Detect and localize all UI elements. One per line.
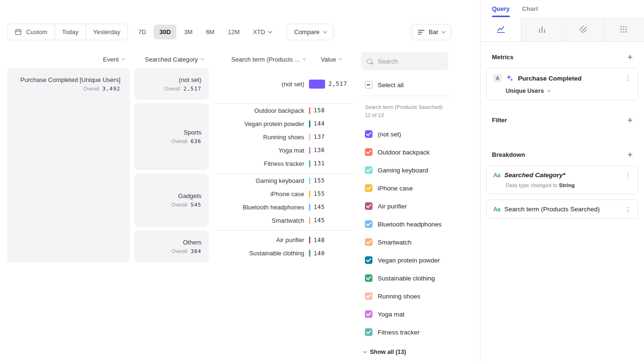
- term-bar[interactable]: [309, 217, 310, 224]
- term-bar[interactable]: [309, 204, 310, 211]
- term-bar[interactable]: [309, 120, 310, 127]
- range-7d-button[interactable]: 7D: [133, 25, 152, 39]
- term-row[interactable]: Bluetooth headphones 145: [213, 200, 353, 214]
- filter-item[interactable]: Yoga mat: [361, 305, 448, 323]
- term-bar[interactable]: [309, 107, 310, 114]
- range-12m-button[interactable]: 12M: [222, 25, 245, 39]
- add-filter-button[interactable]: +: [627, 116, 633, 125]
- checkbox-checked-icon[interactable]: [365, 148, 372, 156]
- term-bar[interactable]: [309, 190, 310, 198]
- filter-item[interactable]: iPhone case: [361, 179, 448, 197]
- range-30d-label: 30D: [159, 28, 171, 36]
- category-cell[interactable]: Others Overall 384: [134, 230, 209, 262]
- term-row[interactable]: Outdoor backpack 158: [213, 104, 353, 117]
- measurement-select[interactable]: Unique Users: [506, 88, 631, 94]
- checkbox-checked-icon[interactable]: [365, 328, 372, 336]
- yesterday-button[interactable]: Yesterday: [86, 24, 127, 40]
- today-button[interactable]: Today: [55, 24, 86, 40]
- filter-item[interactable]: Smartwatch: [361, 233, 448, 251]
- range-xtd-button[interactable]: XTD: [247, 25, 277, 39]
- filter-item[interactable]: Air purifier: [361, 197, 448, 215]
- category-cell[interactable]: Sports Overall 636: [134, 103, 209, 170]
- column-header-category[interactable]: Searched Category: [134, 54, 209, 64]
- filter-item[interactable]: Running shoes: [361, 287, 448, 305]
- analysis-type-tabs: [481, 17, 644, 42]
- term-bar[interactable]: [309, 80, 325, 89]
- checkbox-checked-icon[interactable]: [365, 130, 372, 138]
- search-box[interactable]: [361, 52, 448, 70]
- term-bar[interactable]: [309, 147, 310, 154]
- tab-insights[interactable]: [481, 17, 521, 41]
- kebab-menu-icon[interactable]: ⋮: [625, 75, 631, 81]
- checkbox-checked-icon[interactable]: [365, 238, 372, 246]
- add-breakdown-button[interactable]: +: [627, 150, 633, 159]
- filter-item[interactable]: Gaming keyboard: [361, 161, 448, 179]
- checkbox-checked-icon[interactable]: [365, 256, 372, 264]
- filter-title: Filter: [492, 117, 507, 124]
- kebab-menu-icon[interactable]: ⋮: [625, 206, 631, 213]
- metric-card[interactable]: A Purchase Completed ⋮ Unique Users: [486, 68, 638, 100]
- filter-item[interactable]: Sustainable clothing: [361, 269, 448, 287]
- column-header-term[interactable]: Search term (Products ...: [213, 54, 309, 64]
- custom-date-button[interactable]: Custom: [8, 24, 54, 40]
- checkbox-checked-icon[interactable]: [365, 202, 372, 210]
- term-bar[interactable]: [309, 250, 310, 257]
- filter-item[interactable]: Bluetooth headphones: [361, 215, 448, 233]
- breakdown-name: Searched Category*: [504, 171, 620, 179]
- tab-retention[interactable]: [562, 17, 603, 41]
- checkbox-checked-icon[interactable]: [365, 184, 372, 192]
- term-row[interactable]: Running shoes 137: [213, 130, 353, 144]
- filter-item[interactable]: Vegan protein powder: [361, 251, 448, 269]
- breakdown-card-row: Aa Searched Category* ⋮: [493, 171, 631, 179]
- chart-type-select[interactable]: Bar: [411, 24, 451, 40]
- filter-item-label: Yoga mat: [378, 311, 405, 318]
- term-row[interactable]: Yoga mat 136: [213, 144, 353, 157]
- checkbox-checked-icon[interactable]: [365, 292, 372, 300]
- term-row[interactable]: Sustainable clothing 140: [213, 247, 353, 260]
- add-metric-button[interactable]: +: [627, 53, 633, 62]
- term-row[interactable]: iPhone case 155: [213, 187, 353, 200]
- bar-columns-icon: [537, 25, 547, 34]
- tab-more[interactable]: [603, 17, 644, 41]
- column-header-value[interactable]: Value: [313, 54, 342, 64]
- term-bar[interactable]: [309, 177, 310, 184]
- filter-item[interactable]: Outdoor backpack: [361, 143, 448, 161]
- term-row[interactable]: (not set) 2,517: [213, 77, 353, 90]
- term-bar[interactable]: [309, 160, 310, 167]
- column-header-event[interactable]: Event: [7, 54, 130, 64]
- range-12m-label: 12M: [227, 28, 239, 36]
- term-bar[interactable]: [309, 134, 310, 141]
- category-cell[interactable]: (not set) Overall 2,517: [134, 68, 209, 100]
- range-3m-button[interactable]: 3M: [178, 25, 198, 39]
- term-row[interactable]: Gaming keyboard 155: [213, 174, 353, 187]
- breakdown-card[interactable]: Aa Search term (Products Searched) ⋮: [486, 199, 638, 219]
- term-bar[interactable]: [309, 236, 310, 244]
- chevron-down-icon: [268, 29, 272, 33]
- tab-chart[interactable]: Chart: [522, 0, 538, 17]
- term-row[interactable]: Air purifier 148: [213, 234, 353, 247]
- filter-item[interactable]: Fitness tracker: [361, 323, 448, 341]
- category-cell[interactable]: Gadgets Overall 545: [134, 173, 209, 227]
- metrics-title: Metrics: [492, 54, 514, 61]
- show-all-button[interactable]: Show all (13): [361, 349, 448, 355]
- filter-item[interactable]: (not set): [361, 125, 448, 143]
- checkbox-indeterminate-icon[interactable]: [365, 81, 372, 89]
- checkbox-checked-icon[interactable]: [365, 166, 372, 174]
- range-30d-button[interactable]: 30D: [154, 25, 176, 39]
- term-row[interactable]: Smartwatch 145: [213, 214, 353, 227]
- compare-button[interactable]: Compare: [287, 24, 334, 40]
- range-6m-button[interactable]: 6M: [200, 25, 220, 39]
- date-toolbar: Custom Today Yesterday 7D 30D 3M 6M 12M …: [7, 24, 451, 40]
- term-row[interactable]: Vegan protein powder 144: [213, 117, 353, 130]
- checkbox-checked-icon[interactable]: [365, 310, 372, 318]
- breakdown-card[interactable]: Aa Searched Category* ⋮ Data type change…: [486, 165, 638, 194]
- checkbox-checked-icon[interactable]: [365, 220, 372, 228]
- tab-funnels[interactable]: [521, 17, 562, 41]
- term-row[interactable]: Fitness tracker 131: [213, 157, 353, 170]
- event-cell[interactable]: Purchase Completed [Unique Users] Overal…: [7, 68, 130, 262]
- kebab-menu-icon[interactable]: ⋮: [625, 172, 631, 179]
- tab-query[interactable]: Query: [492, 0, 510, 17]
- checkbox-checked-icon[interactable]: [365, 274, 372, 282]
- search-input[interactable]: [377, 57, 434, 65]
- select-all-row[interactable]: Select all: [361, 81, 448, 89]
